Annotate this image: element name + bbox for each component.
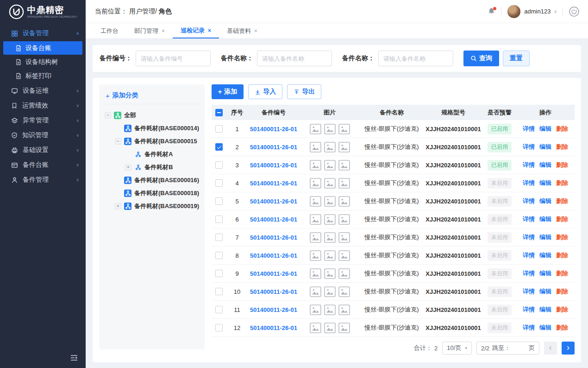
- delete-link[interactable]: 删除: [556, 197, 568, 205]
- image-placeholder-icon[interactable]: [338, 305, 350, 315]
- image-placeholder-icon[interactable]: [324, 196, 336, 207]
- row-checkbox[interactable]: [215, 324, 223, 331]
- delete-link[interactable]: 删除: [556, 125, 568, 133]
- detail-link[interactable]: 详情: [523, 215, 535, 223]
- close-icon[interactable]: ×: [162, 28, 165, 34]
- query-button[interactable]: 查询: [463, 51, 499, 66]
- detail-link[interactable]: 详情: [523, 197, 535, 205]
- expand-icon[interactable]: +: [125, 164, 131, 171]
- collapse-icon[interactable]: −: [115, 138, 121, 145]
- part-code-link[interactable]: 501400011-26-01: [250, 288, 297, 295]
- expand-icon[interactable]: +: [115, 203, 121, 209]
- tree-node-3[interactable]: 备件耗材A: [105, 148, 199, 161]
- image-placeholder-icon[interactable]: [324, 323, 336, 333]
- tree-node-1[interactable]: 备件耗材(BASE000014): [105, 122, 199, 135]
- part-code-link[interactable]: 501400011-26-01: [250, 252, 297, 259]
- image-placeholder-icon[interactable]: [310, 305, 321, 315]
- detail-link[interactable]: 详情: [523, 251, 535, 260]
- edit-link[interactable]: 编辑: [539, 215, 551, 223]
- row-checkbox[interactable]: [215, 306, 223, 313]
- image-placeholder-icon[interactable]: [324, 178, 336, 189]
- row-checkbox[interactable]: [215, 161, 223, 169]
- part-code-link[interactable]: 501400011-26-01: [250, 162, 297, 169]
- edit-link[interactable]: 编辑: [539, 179, 551, 187]
- detail-link[interactable]: 详情: [523, 269, 535, 278]
- detail-link[interactable]: 详情: [523, 179, 535, 187]
- image-placeholder-icon[interactable]: [338, 250, 350, 261]
- tree-node-7[interactable]: +备件耗材(BASE000019): [105, 200, 199, 213]
- next-page-button[interactable]: [562, 342, 575, 355]
- image-placeholder-icon[interactable]: [310, 124, 321, 134]
- image-placeholder-icon[interactable]: [338, 286, 350, 297]
- part-code-link[interactable]: 501400011-26-01: [250, 324, 297, 331]
- part-code-link[interactable]: 501400011-26-01: [250, 180, 297, 187]
- image-placeholder-icon[interactable]: [338, 178, 350, 189]
- row-checkbox[interactable]: [215, 234, 223, 241]
- delete-link[interactable]: 删除: [556, 179, 568, 187]
- tree-node-2[interactable]: −备件耗材(BASE000015: [105, 135, 199, 148]
- image-placeholder-icon[interactable]: [338, 232, 350, 243]
- delete-link[interactable]: 删除: [556, 324, 568, 332]
- part-code-link[interactable]: 501400011-26-01: [250, 198, 297, 205]
- row-checkbox[interactable]: [215, 252, 223, 259]
- add-category-button[interactable]: + 添加分类: [105, 88, 199, 103]
- image-placeholder-icon[interactable]: [324, 160, 336, 171]
- user-menu[interactable]: admin123 ∨: [507, 5, 557, 19]
- edit-link[interactable]: 编辑: [539, 161, 551, 169]
- row-checkbox[interactable]: [215, 216, 223, 223]
- image-placeholder-icon[interactable]: [324, 214, 336, 225]
- sidebar-item-5[interactable]: 基础设置∨: [0, 143, 86, 158]
- row-checkbox[interactable]: [215, 125, 223, 133]
- close-icon[interactable]: ×: [208, 27, 211, 34]
- delete-link[interactable]: 删除: [556, 215, 568, 223]
- row-checkbox[interactable]: [215, 270, 223, 277]
- delete-link[interactable]: 删除: [556, 305, 568, 314]
- edit-link[interactable]: 编辑: [539, 251, 551, 260]
- image-placeholder-icon[interactable]: [310, 323, 321, 333]
- edit-link[interactable]: 编辑: [539, 269, 551, 278]
- image-placeholder-icon[interactable]: [324, 268, 336, 279]
- edit-link[interactable]: 编辑: [539, 125, 551, 133]
- sidebar-item-3[interactable]: 异常管理∨: [0, 113, 86, 128]
- sidebar-item-7[interactable]: 备件管理∨: [0, 172, 86, 187]
- delete-link[interactable]: 删除: [556, 287, 568, 296]
- image-placeholder-icon[interactable]: [310, 196, 321, 207]
- image-placeholder-icon[interactable]: [324, 142, 336, 152]
- image-placeholder-icon[interactable]: [338, 124, 350, 134]
- tab-3[interactable]: 基础资料×: [219, 23, 265, 38]
- collapse-icon[interactable]: −: [105, 112, 111, 119]
- page-size-select[interactable]: 10/页 ▾: [442, 342, 472, 355]
- detail-link[interactable]: 详情: [523, 324, 535, 332]
- tab-0[interactable]: 工作台: [93, 23, 126, 38]
- sidebar-item-2[interactable]: 运营绩效∨: [0, 98, 86, 113]
- image-placeholder-icon[interactable]: [324, 305, 336, 315]
- image-placeholder-icon[interactable]: [338, 268, 350, 279]
- tree-node-5[interactable]: 备件耗材(BASE000016): [105, 174, 199, 187]
- collapse-sidebar-icon[interactable]: [70, 354, 78, 362]
- part-code-link[interactable]: 501400011-26-01: [250, 126, 297, 133]
- edit-link[interactable]: 编辑: [539, 197, 551, 205]
- search-field-input-0[interactable]: [136, 51, 211, 66]
- detail-link[interactable]: 详情: [523, 233, 535, 241]
- edit-link[interactable]: 编辑: [539, 324, 551, 332]
- image-placeholder-icon[interactable]: [324, 286, 336, 297]
- notification-bell-icon[interactable]: [488, 7, 495, 15]
- jump-page-input[interactable]: [513, 343, 526, 353]
- image-placeholder-icon[interactable]: [338, 214, 350, 225]
- image-placeholder-icon[interactable]: [338, 142, 350, 152]
- tree-node-4[interactable]: +备件耗材B: [105, 161, 199, 174]
- detail-link[interactable]: 详情: [523, 143, 535, 151]
- sidebar-subitem-0-0[interactable]: 设备台账: [3, 41, 82, 55]
- search-field-input-1[interactable]: [257, 51, 332, 66]
- power-icon[interactable]: [569, 6, 580, 17]
- image-placeholder-icon[interactable]: [338, 160, 350, 171]
- detail-link[interactable]: 详情: [523, 305, 535, 314]
- sidebar-item-1[interactable]: 设备运维∨: [0, 83, 86, 98]
- sidebar-subitem-0-2[interactable]: 标签打印: [3, 69, 82, 82]
- edit-link[interactable]: 编辑: [539, 233, 551, 241]
- row-checkbox[interactable]: [215, 197, 223, 205]
- import-button[interactable]: 导入: [248, 84, 282, 99]
- sidebar-item-0[interactable]: 设备管理∧: [0, 26, 86, 41]
- image-placeholder-icon[interactable]: [310, 268, 321, 279]
- sidebar-subitem-0-1[interactable]: 设备结构树: [3, 55, 82, 69]
